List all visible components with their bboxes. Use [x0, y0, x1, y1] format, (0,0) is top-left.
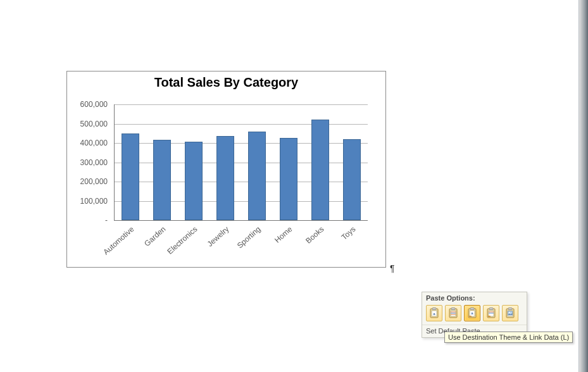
- chart-bar: [280, 138, 297, 220]
- chart-bar: [153, 140, 171, 220]
- chart-x-tick-label: Books: [304, 225, 325, 245]
- chart-gridline: [115, 124, 368, 125]
- paste-options-icons-row: a a: [422, 303, 527, 325]
- chart-x-tick-label: Jewelry: [206, 225, 231, 249]
- chart-bar: [122, 133, 139, 220]
- svg-point-20: [488, 316, 489, 317]
- chart-container[interactable]: Total Sales By Category -100,000200,0003…: [66, 71, 386, 268]
- chart-y-tick-label: 400,000: [80, 139, 108, 147]
- chart-y-tick-label: -: [105, 216, 108, 225]
- chart-x-tick-label: Electronics: [165, 225, 199, 256]
- chart-plot-area: [114, 104, 368, 221]
- svg-rect-5: [451, 308, 455, 310]
- svg-rect-16: [489, 308, 493, 310]
- chart-bar: [311, 120, 329, 220]
- chart-gridline: [115, 163, 368, 163]
- chart-bar: [343, 139, 361, 220]
- chart-gridline: [115, 104, 368, 105]
- chart-y-tick-label: 600,000: [80, 100, 108, 109]
- chart-y-tick-label: 300,000: [80, 158, 108, 167]
- chart-bar: [185, 142, 203, 220]
- svg-rect-11: [470, 308, 474, 310]
- svg-rect-22: [508, 308, 512, 310]
- chart-y-tick-label: 100,000: [80, 197, 108, 206]
- paste-options-header: Paste Options:: [422, 292, 527, 303]
- chart-x-tick-label: Sporting: [235, 225, 263, 250]
- paste-option-keep-source-formatting-embed[interactable]: [445, 305, 461, 321]
- chart-x-tick-label: Toys: [340, 225, 358, 242]
- paste-option-tooltip: Use Destination Theme & Link Data (L): [444, 332, 573, 343]
- chart-bar: [216, 136, 234, 220]
- svg-point-25: [509, 312, 510, 313]
- paste-option-keep-source-formatting-link[interactable]: [483, 305, 499, 321]
- chart-y-axis-ticks: -100,000200,000300,000400,000500,000600,…: [67, 104, 111, 220]
- paragraph-mark: ¶: [390, 263, 395, 273]
- svg-point-14: [469, 316, 470, 317]
- chart-x-tick-label: Automotive: [101, 225, 135, 257]
- chart-x-tick-label: Garden: [142, 225, 167, 248]
- chart-gridline: [115, 143, 368, 144]
- svg-rect-1: [432, 308, 436, 310]
- page-right-edge: [579, 0, 588, 372]
- chart-x-tick-label: Home: [273, 225, 294, 245]
- chart-y-tick-label: 500,000: [80, 120, 108, 128]
- paste-option-use-destination-theme-embed[interactable]: a: [426, 305, 442, 321]
- paste-option-picture[interactable]: [502, 305, 518, 321]
- chart-title: Total Sales By Category: [67, 75, 385, 90]
- chart-x-axis-labels: AutomotiveGardenElectronicsJewelrySporti…: [114, 223, 367, 264]
- chart-gridline: [115, 201, 368, 202]
- chart-y-tick-label: 200,000: [80, 177, 108, 186]
- chart-bar: [248, 132, 266, 220]
- paste-option-use-destination-theme-link[interactable]: a: [464, 305, 480, 321]
- chart-gridline: [115, 182, 368, 182]
